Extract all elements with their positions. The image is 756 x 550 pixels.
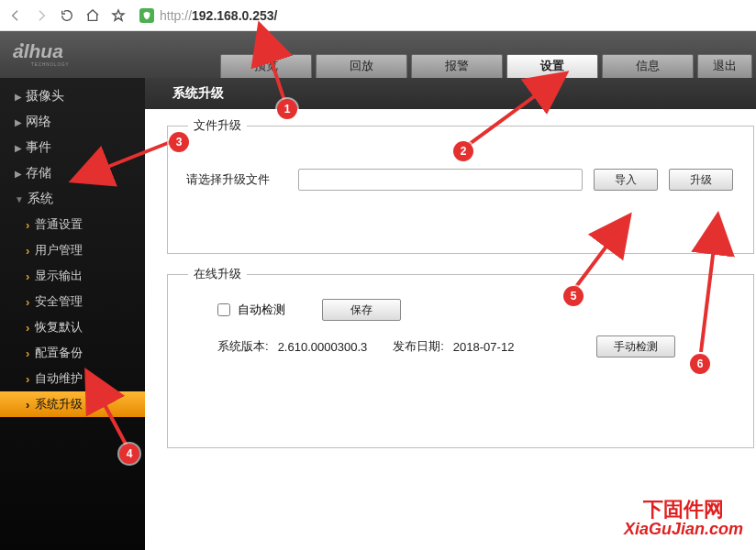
- chevron-down-icon: ▼: [15, 194, 24, 204]
- sidebar-item-user[interactable]: 用户管理: [0, 237, 145, 263]
- home-icon[interactable]: [84, 7, 101, 24]
- tab-logout[interactable]: 退出: [697, 54, 752, 78]
- online-upgrade-panel: 在线升级 自动检测 保存 系统版本: 2.610.0000300.3 发布日期:…: [167, 274, 754, 448]
- manual-detect-button[interactable]: 手动检测: [596, 336, 675, 358]
- app-header: alhua TECHNOLOGY 预览 回放 报警 设置 信息 退出: [0, 31, 756, 78]
- chevron-right-icon: ▶: [15, 143, 22, 153]
- sidebar-group-network[interactable]: ▶网络: [0, 109, 145, 135]
- sidebar-group-label: 摄像头: [26, 88, 64, 104]
- star-icon[interactable]: [110, 7, 127, 24]
- url-text: http://192.168.0.253/: [160, 8, 277, 23]
- version-info-row: 系统版本: 2.610.0000300.3 发布日期: 2018-07-12 手…: [186, 336, 735, 358]
- tab-playback[interactable]: 回放: [316, 54, 407, 78]
- sidebar-group-event[interactable]: ▶事件: [0, 135, 145, 160]
- version-label: 系统版本:: [217, 338, 269, 355]
- sidebar-item-maintain[interactable]: 自动维护: [0, 366, 145, 391]
- reload-icon[interactable]: [59, 7, 75, 24]
- sidebar-item-security[interactable]: 安全管理: [0, 289, 145, 314]
- tab-info[interactable]: 信息: [602, 54, 694, 78]
- browser-toolbar: http://192.168.0.253/: [0, 0, 756, 31]
- sidebar-group-system[interactable]: ▼系统: [0, 186, 145, 212]
- svg-text:TECHNOLOGY: TECHNOLOGY: [31, 62, 70, 67]
- sidebar-group-label: 系统: [28, 191, 53, 207]
- file-path-input[interactable]: [298, 169, 583, 191]
- forward-icon[interactable]: [33, 7, 50, 24]
- sidebar-group-label: 存储: [26, 165, 51, 182]
- sidebar-group-storage[interactable]: ▶存储: [0, 160, 145, 186]
- auto-detect-label: 自动检测: [238, 302, 285, 318]
- panel-legend: 在线升级: [188, 266, 247, 282]
- import-button[interactable]: 导入: [594, 169, 658, 191]
- back-icon[interactable]: [7, 7, 24, 24]
- file-row: 请选择升级文件 导入 升级: [186, 169, 735, 191]
- svg-text:alhua: alhua: [13, 40, 63, 61]
- sidebar-item-backup[interactable]: 配置备份: [0, 340, 145, 366]
- brand-logo: alhua TECHNOLOGY: [0, 31, 182, 78]
- sidebar-item-display[interactable]: 显示输出: [0, 263, 145, 289]
- sidebar-group-camera[interactable]: ▶摄像头: [0, 83, 145, 109]
- address-bar[interactable]: http://192.168.0.253/: [136, 6, 749, 25]
- svg-point-2: [20, 43, 24, 47]
- file-select-label: 请选择升级文件: [186, 171, 287, 188]
- panel-legend: 文件升级: [188, 117, 247, 134]
- release-value: 2018-07-12: [453, 340, 515, 354]
- sidebar-item-default[interactable]: 恢复默认: [0, 314, 145, 340]
- sidebar-item-upgrade[interactable]: 系统升级: [0, 391, 145, 417]
- chevron-right-icon: ▶: [15, 92, 22, 102]
- save-button[interactable]: 保存: [322, 299, 401, 321]
- security-shield-icon: [139, 8, 154, 23]
- auto-detect-checkbox[interactable]: [217, 303, 230, 316]
- sidebar-group-label: 事件: [26, 139, 51, 156]
- sidebar-group-label: 网络: [26, 114, 51, 130]
- chevron-right-icon: ▶: [15, 117, 22, 127]
- auto-detect-checkbox-row[interactable]: 自动检测: [217, 302, 285, 318]
- tab-alarm[interactable]: 报警: [411, 54, 503, 78]
- version-value: 2.610.0000300.3: [278, 340, 368, 354]
- sidebar: ▶摄像头 ▶网络 ▶事件 ▶存储 ▼系统 普通设置 用户管理 显示输出 安全管理…: [0, 78, 145, 550]
- page-title: 系统升级: [172, 85, 224, 102]
- upgrade-button[interactable]: 升级: [669, 169, 733, 191]
- main-content: 文件升级 请选择升级文件 导入 升级 在线升级 自动检测 保存 系统版本: 2.…: [145, 109, 756, 550]
- file-upgrade-panel: 文件升级 请选择升级文件 导入 升级: [167, 126, 754, 254]
- top-nav: 预览 回放 报警 设置 信息 退出: [220, 54, 756, 78]
- release-label: 发布日期:: [393, 338, 444, 355]
- sidebar-sublist-system: 普通设置 用户管理 显示输出 安全管理 恢复默认 配置备份 自动维护 系统升级: [0, 212, 145, 417]
- tab-settings[interactable]: 设置: [506, 54, 598, 78]
- chevron-right-icon: ▶: [15, 169, 22, 179]
- tab-preview[interactable]: 预览: [220, 54, 312, 78]
- sidebar-item-general[interactable]: 普通设置: [0, 212, 145, 237]
- page-ribbon: 系统升级: [145, 78, 756, 109]
